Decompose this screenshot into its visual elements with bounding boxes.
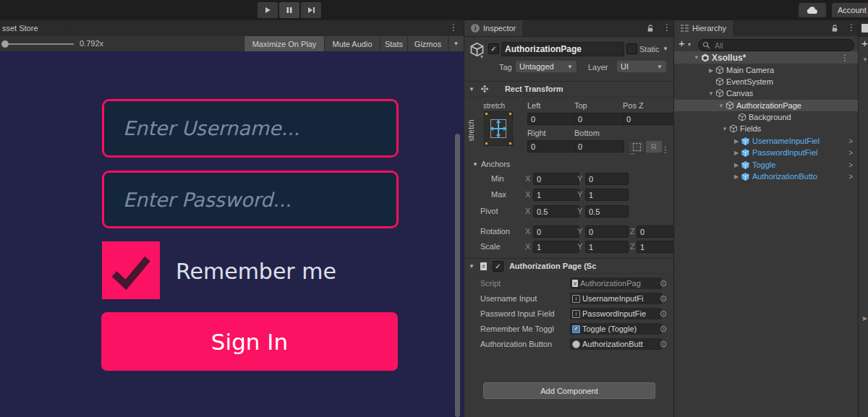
foldout-closed-icon[interactable]: ▶	[863, 315, 867, 322]
prefab-open-chevron[interactable]: >	[848, 173, 853, 181]
tree-row-background[interactable]: Background	[674, 111, 859, 123]
lock-icon[interactable]	[831, 25, 838, 33]
sign-in-button[interactable]: Sign In	[101, 312, 398, 371]
remember-me-checkbox[interactable]	[102, 241, 160, 299]
blueprint-mode-button[interactable]	[628, 140, 645, 153]
right-input[interactable]: 0	[527, 140, 577, 152]
password-input[interactable]	[104, 173, 396, 226]
tree-row-usernameinputfield[interactable]: ▶ UsernameInputFiel >	[674, 135, 859, 147]
rect-transform-header[interactable]: ▼ Rect Transform ? ⋮	[464, 81, 674, 97]
foldout-closed-icon[interactable]: ▶	[732, 150, 741, 156]
pos-z-input[interactable]: 0	[623, 113, 675, 125]
add-component-button[interactable]: Add Component	[483, 382, 655, 399]
anchors-min-y-input[interactable]: 0	[585, 173, 629, 185]
object-picker-icon[interactable]: ⊙	[660, 278, 667, 288]
tag-dropdown[interactable]: Untagged▼	[516, 61, 576, 72]
script-component-header[interactable]: ▼ # ✓ Authorization Page (Sc ? ⋮	[464, 258, 674, 274]
raw-mode-button[interactable]: R	[645, 140, 663, 153]
object-picker-icon[interactable]: ⊙	[660, 339, 667, 349]
tab-hierarchy[interactable]: Hierarchy	[674, 20, 733, 36]
foldout-open-icon[interactable]: ▼	[720, 126, 729, 132]
scale-y-input[interactable]: 1	[585, 241, 629, 253]
gizmos-dropdown[interactable]: ▼	[448, 36, 464, 51]
authorization-button-object-field[interactable]: AuthorizationButt	[570, 338, 662, 350]
foldout-closed-icon[interactable]: ▶	[732, 173, 741, 180]
object-picker-icon[interactable]: ⊙	[660, 324, 667, 334]
gameobject-name-field[interactable]: AuthorizationPage	[501, 42, 624, 56]
scene-row[interactable]: ▼ Xsollus* ⋮	[674, 51, 859, 64]
tab-asset-store[interactable]: sset Store	[2, 24, 38, 33]
tree-row-eventsystem[interactable]: EventSystem	[674, 76, 859, 87]
active-checkbox[interactable]: ✓	[488, 43, 499, 54]
layer-dropdown[interactable]: UI▼	[617, 61, 666, 72]
gizmos-button[interactable]: Gizmos	[407, 36, 448, 51]
object-picker-icon[interactable]: ⊙	[660, 293, 667, 304]
username-field[interactable]	[102, 99, 399, 158]
inspector-menu-icon[interactable]: ⋮	[663, 23, 671, 32]
script-object-field[interactable]: # AuthorizationPag	[570, 278, 662, 289]
foldout-icon[interactable]: ▼	[469, 86, 475, 93]
foldout-closed-icon[interactable]: ▶	[732, 162, 741, 168]
password-field[interactable]	[102, 171, 399, 228]
toggle-object-field[interactable]: ✓ Toggle (Toggle)	[570, 323, 662, 335]
foldout-closed-icon[interactable]: ▶	[732, 138, 741, 145]
anchors-min-x-input[interactable]: 0	[533, 173, 579, 185]
prefab-open-chevron[interactable]: >	[848, 137, 853, 145]
object-picker-icon[interactable]: ⊙	[660, 309, 667, 319]
maximize-on-play-button[interactable]: Maximize On Play	[244, 36, 324, 51]
top-input[interactable]: 0	[574, 113, 624, 125]
tree-row-canvas[interactable]: ▼ Canvas	[674, 87, 859, 99]
static-checkbox[interactable]	[626, 43, 637, 54]
username-input-object-field[interactable]: I UsernameInputFi	[570, 293, 662, 304]
game-panel-menu-icon[interactable]: ⋮	[449, 23, 458, 32]
foldout-open-icon[interactable]: ▼	[717, 103, 726, 109]
tree-row-fields[interactable]: ▼ Fields	[674, 123, 859, 134]
bottom-input[interactable]: 0	[574, 140, 624, 152]
prefab-open-chevron[interactable]: >	[848, 161, 853, 169]
hierarchy-menu-icon[interactable]: ⋮	[847, 23, 856, 32]
create-button[interactable]: +	[861, 37, 868, 49]
pause-button[interactable]	[279, 2, 299, 18]
left-input[interactable]: 0	[527, 113, 577, 125]
anchors-max-y-input[interactable]: 1	[585, 189, 629, 201]
tree-row-toggle[interactable]: ▶ Toggle >	[674, 159, 859, 171]
anchors-foldout-icon[interactable]: ▼	[472, 161, 478, 168]
gameobject-icon-caret[interactable]: ▾	[480, 53, 483, 60]
foldout-closed-icon[interactable]: ▶	[707, 67, 715, 74]
foldout-icon[interactable]: ▼	[692, 54, 701, 61]
scene-menu-icon[interactable]: ⋮	[841, 53, 849, 62]
play-button[interactable]	[258, 2, 278, 18]
search-input[interactable]	[713, 40, 850, 51]
lock-icon[interactable]	[647, 25, 654, 33]
foldout-open-icon[interactable]: ▼	[862, 56, 868, 63]
script-enabled-checkbox[interactable]: ✓	[493, 261, 503, 272]
static-caret[interactable]: ▼	[663, 46, 668, 52]
pivot-y-input[interactable]: 0.5	[585, 205, 629, 218]
password-input-object-field[interactable]: I PasswordInputFie	[570, 308, 662, 319]
rotation-x-input[interactable]: 0	[533, 225, 579, 238]
username-input[interactable]	[104, 101, 396, 155]
account-button[interactable]: Account	[832, 3, 868, 17]
tree-row-main-camera[interactable]: ▶ Main Camera	[674, 64, 859, 76]
tree-row-authorizationbutton[interactable]: ▶ AuthorizationButto >	[674, 171, 859, 182]
rotation-y-input[interactable]: 0	[585, 225, 629, 238]
pivot-x-input[interactable]: 0.5	[533, 205, 579, 218]
scale-slider-knob[interactable]	[1, 40, 9, 48]
tab-inspector[interactable]: i Inspector	[464, 20, 522, 36]
mute-audio-button[interactable]: Mute Audio	[324, 36, 380, 51]
scale-slider-track[interactable]	[9, 43, 74, 45]
step-button[interactable]	[301, 2, 321, 18]
tree-row-authorizationpage-selected[interactable]: ▼ AuthorizationPage	[674, 100, 859, 111]
hierarchy-search[interactable]	[698, 39, 854, 51]
foldout-open-icon[interactable]: ▼	[707, 90, 715, 97]
scale-z-input[interactable]: 1	[637, 241, 677, 253]
rotation-z-input[interactable]: 0	[637, 225, 677, 238]
stats-button[interactable]: Stats	[380, 36, 407, 51]
prefab-open-chevron[interactable]: >	[848, 149, 853, 157]
foldout-icon[interactable]: ▼	[469, 263, 475, 270]
game-view-scrollbar[interactable]	[455, 134, 460, 417]
tree-row-passwordinputfield[interactable]: ▶ PasswordInputFiel >	[674, 147, 859, 158]
create-button[interactable]: +	[678, 37, 685, 49]
cloud-button[interactable]	[799, 3, 826, 17]
create-caret[interactable]: ▾	[688, 41, 691, 48]
